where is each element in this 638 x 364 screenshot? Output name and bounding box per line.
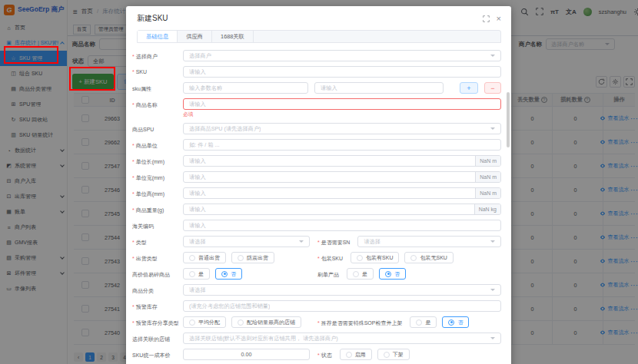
related-shops-select[interactable]: 选择关联店铺(默认不选则对应所有店铺共用， 请先选择商户)	[183, 333, 501, 344]
warn-share-type-radio-option[interactable]: 配给销量最高的店铺	[231, 316, 301, 328]
radio-icon	[448, 319, 454, 326]
modal-scrollbar[interactable]	[507, 92, 510, 147]
app-root: G SeeGoErp 商户 ⌂首页▣库存统计 | SKU管理☆SKU 管理◫组合…	[0, 0, 638, 364]
unit-width-field: 请输入NaN m	[183, 171, 501, 183]
product-weight-input-group: 请输入NaN kg	[183, 204, 501, 215]
close-icon[interactable]: ×	[497, 15, 501, 23]
radio-icon	[346, 352, 352, 358]
sku-attr-field: 输入参数名称请输入+−	[183, 82, 501, 94]
pack-sku-radio-option[interactable]: 包装有SKU	[351, 252, 399, 263]
warn-share-type-field: 平均分配配给销量最高的店铺	[183, 316, 310, 328]
brush-order-field: 是否	[347, 268, 406, 280]
unit-height-input[interactable]: 请输入	[184, 188, 475, 198]
merchant-field: 选择商户	[183, 50, 501, 61]
required-note: 必填	[183, 111, 501, 118]
chevron-down-icon	[299, 240, 304, 245]
radio-icon	[221, 271, 228, 277]
placeholder-text: 请选择	[364, 238, 380, 246]
unit-height-unit-suffix: NaN m	[475, 188, 500, 198]
form-row-ship-pack: 出货类型普通出货防震出货包装SKU包装有SKU包装无SKU	[132, 252, 501, 263]
modal-header-actions: ×	[483, 15, 501, 23]
warn-stock-input[interactable]: (请充分考虑您的店铺范围和销量)	[183, 300, 501, 312]
add-attr-button[interactable]: +	[460, 82, 478, 94]
ship-type-radio-option[interactable]: 防震出货	[231, 252, 274, 263]
sku-attr-value-input[interactable]: 请输入	[314, 82, 444, 94]
form-row-fragile-brush: 高价值易碎商品是否刷单产品是否	[132, 268, 501, 280]
unified-cost-input[interactable]: 0.00	[183, 349, 310, 360]
ship-type-radio-option[interactable]: 普通出货	[183, 252, 226, 263]
form-row-customs-code: 海关编码请输入	[132, 220, 501, 231]
warn-share-type-radio-option[interactable]: 平均分配	[183, 316, 226, 328]
radio-icon	[189, 271, 195, 277]
form-row-product-category: 商品分类请选择	[132, 284, 501, 296]
chevron-down-icon	[490, 240, 495, 245]
field-label: 单位长(mm)	[132, 155, 183, 166]
need-sn-select[interactable]: 请选择	[357, 236, 501, 247]
status-field: 启用下架	[340, 349, 410, 360]
modal-tab-1688[interactable]: 1688关联	[212, 31, 254, 42]
sop-check-radio-option[interactable]: 是	[410, 316, 437, 328]
radio-label: 是	[425, 319, 430, 326]
chevron-down-icon	[490, 337, 495, 342]
sku-attr-controls: 输入参数名称请输入+−	[183, 82, 501, 94]
fragile-radio-option[interactable]: 否	[215, 268, 242, 280]
brush-order-radio-option[interactable]: 是	[347, 268, 374, 280]
status-radio-option[interactable]: 启用	[340, 349, 372, 360]
radio-icon	[357, 255, 363, 261]
type-field: 请选择	[183, 236, 310, 247]
modal-tab-supplier[interactable]: 供应商	[178, 31, 212, 42]
unit-height-field: 请输入NaN m	[183, 187, 501, 199]
unit-length-field: 请输入NaN m	[183, 155, 501, 167]
type-select[interactable]: 请选择	[183, 236, 310, 247]
field-label: 出货类型	[132, 252, 183, 263]
sku-attr-key-input[interactable]: 输入参数名称	[183, 82, 308, 94]
new-sku-modal: 新建SKU × 基础信息供应商1688关联 选择商户选择商户SKU请输入sku属…	[126, 6, 511, 364]
form-row-unit-width: 单位宽(mm)请输入NaN m	[132, 171, 501, 183]
sop-check-radio-option[interactable]: 否	[442, 316, 469, 328]
modal-fullscreen-icon[interactable]	[483, 15, 490, 22]
field-label: 商品名称	[132, 98, 183, 109]
field-label: 包装SKU	[317, 252, 343, 263]
field-label: sku属性	[132, 82, 183, 93]
unified-cost-field: 0.00	[183, 349, 310, 360]
product-unit-field: 如: 件 / 箱 ...	[183, 139, 501, 151]
remove-attr-button[interactable]: −	[484, 82, 501, 94]
radio-label: 否	[231, 270, 236, 278]
input-value: 0.00	[241, 351, 252, 358]
unit-width-input[interactable]: 请输入	[184, 172, 475, 182]
unit-length-input[interactable]: 请输入	[184, 156, 475, 166]
product-unit-input[interactable]: 如: 件 / 箱 ...	[183, 139, 501, 151]
modal-tab-basic-info[interactable]: 基础信息	[138, 31, 178, 42]
field-label: 高价值易碎商品	[132, 268, 183, 279]
pack-sku-radio-option[interactable]: 包装无SKU	[404, 252, 453, 263]
placeholder-text: 选择关联店铺(默认不选则对应所有店铺共用， 请先选择商户)	[189, 335, 338, 342]
product-category-select[interactable]: 请选择	[183, 284, 501, 296]
product-spu-select[interactable]: 选择商品SPU (请先选择商户)	[183, 123, 501, 134]
field-label: 商品SPU	[132, 123, 183, 134]
modal-title: 新建SKU	[137, 13, 168, 24]
sku-input[interactable]: 请输入	[183, 66, 501, 78]
placeholder-text: 输入参数名称	[189, 84, 222, 92]
radio-icon	[410, 255, 417, 261]
merchant-select[interactable]: 选择商户	[183, 50, 501, 61]
brush-order-radio-option[interactable]: 否	[379, 268, 406, 280]
placeholder-text: 请输入	[189, 222, 206, 230]
form-row-warn-share: 预警库存分享类型平均分配配给销量最高的店铺推荐是否需要特殊SOP检查并上架是否	[132, 316, 501, 328]
pack-sku-field: 包装有SKU包装无SKU	[351, 252, 454, 263]
product-weight-input[interactable]: 请输入	[184, 204, 474, 214]
radio-icon	[238, 255, 244, 261]
fragile-radio-option[interactable]: 是	[183, 268, 210, 280]
radio-label: 普通出货	[198, 254, 220, 262]
customs-code-input[interactable]: 请输入	[183, 220, 501, 231]
sop-check-field: 是否	[410, 316, 469, 328]
placeholder-text: 如: 件 / 箱 ...	[189, 141, 220, 149]
radio-icon	[238, 319, 244, 326]
placeholder-text: 请输入	[189, 157, 206, 165]
modal-form: 选择商户选择商户SKU请输入sku属性输入参数名称请输入+−商品名称请输入必填商…	[126, 48, 511, 364]
status-radio-option[interactable]: 下架	[377, 349, 410, 360]
fragile-field: 是否	[183, 268, 310, 280]
placeholder-text: 选择商户	[189, 52, 211, 60]
radio-label: 防震出货	[247, 254, 268, 262]
product-name-input[interactable]: 请输入	[183, 98, 501, 110]
placeholder-text: (请充分考虑您的店铺范围和销量)	[189, 303, 270, 310]
